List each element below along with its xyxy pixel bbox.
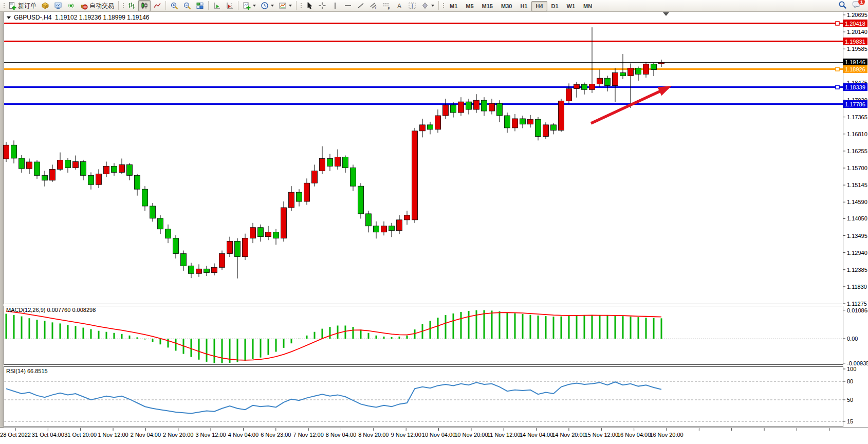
timeframe-h1[interactable]: H1 [516, 1, 531, 11]
axis-label: 8 Nov 20:00 [358, 432, 389, 438]
main-toolbar: 新订单 自动交易 [0, 0, 868, 12]
candle-body [142, 189, 148, 206]
candle-body [597, 78, 603, 84]
timeframe-mn[interactable]: MN [579, 1, 596, 11]
new-chart-button[interactable] [241, 0, 258, 11]
line-handle[interactable] [836, 85, 839, 89]
candle-body [235, 242, 241, 257]
templates-button[interactable] [276, 0, 294, 11]
bar-chart-icon [127, 2, 136, 10]
chart-title-bar: GBPUSD-,H4 1.19102 1.19236 1.18999 1.191… [7, 14, 150, 21]
signals-button[interactable] [65, 0, 77, 11]
symbol-collapse-icon[interactable] [7, 16, 11, 19]
toolbar-separator [208, 1, 209, 10]
periods-button[interactable] [258, 0, 276, 11]
axis-label: 1.16810 [847, 131, 867, 137]
chart-shift-button[interactable] [224, 0, 236, 11]
line-chart-button[interactable] [151, 0, 163, 11]
chart-canvas[interactable]: 1.206951.201401.195851.184751.179201.173… [0, 0, 868, 444]
axis-label: 1.18926 [845, 66, 865, 72]
quotes-button[interactable] [39, 0, 51, 11]
clock-icon [261, 2, 269, 10]
trend-arrow-head[interactable] [658, 86, 672, 96]
candle-body [50, 169, 56, 180]
candle-body [389, 226, 395, 231]
new-order-label: 新订单 [18, 2, 36, 10]
chart-shift-marker[interactable] [663, 12, 669, 16]
axis-label: 1.19585 [847, 46, 867, 52]
chevron-down-icon [431, 5, 434, 7]
pane-frames [0, 12, 868, 428]
candle-body [19, 158, 25, 169]
candle-body [304, 183, 310, 201]
trend-arrow-line[interactable] [591, 89, 665, 123]
zoom-in-button[interactable] [168, 0, 180, 11]
candle-body [620, 72, 626, 76]
axis-label: 1.18339 [845, 84, 865, 90]
axis-label: 16 Nov 20:00 [650, 432, 683, 438]
candle-body [358, 186, 364, 214]
vertical-line-button[interactable] [329, 0, 341, 11]
axis-label: 80 [847, 378, 853, 384]
horizontal-line-button[interactable] [342, 0, 354, 11]
notification-badge[interactable]: 1 [858, 0, 865, 6]
toolbar-grip [442, 2, 444, 9]
search-button[interactable] [838, 1, 847, 11]
fibonacci-button[interactable]: F [380, 0, 393, 11]
template-icon [279, 2, 287, 10]
zoom-out-button[interactable] [181, 0, 193, 11]
time-axis: 28 Oct 202231 Oct 04:0031 Oct 20:001 Nov… [0, 428, 829, 438]
axis-label: 100 [847, 366, 856, 372]
auto-scroll-icon [213, 2, 221, 10]
market-watch-button[interactable] [52, 0, 64, 11]
candle-body [312, 171, 318, 183]
text-button[interactable]: A [393, 0, 405, 11]
candle-body [343, 157, 348, 168]
axis-label: 1.14590 [847, 199, 867, 205]
text-label-button[interactable]: T [406, 0, 418, 11]
timeframe-m15[interactable]: M15 [478, 1, 497, 11]
new-order-button[interactable]: 新订单 [6, 0, 39, 11]
axis-label: 1.12385 [847, 267, 867, 273]
toolbar-grip [3, 2, 5, 9]
cursor-button[interactable] [303, 0, 316, 11]
text-label-icon: T [408, 2, 416, 10]
candle-body [404, 215, 410, 220]
line-handle[interactable] [836, 67, 839, 71]
candlestick-chart-button[interactable] [138, 0, 151, 11]
trendline-button[interactable] [355, 0, 367, 11]
timeframe-m30[interactable]: M30 [497, 1, 516, 11]
line-handle[interactable] [836, 22, 839, 25]
axis-label: 10 Nov 20:00 [454, 432, 488, 438]
candle-body [374, 226, 379, 232]
chart-shift-icon [226, 2, 234, 10]
chat-button[interactable]: 1 [852, 1, 861, 11]
crosshair-button[interactable] [316, 0, 328, 11]
arrows-button[interactable] [419, 0, 436, 11]
axis-label: 16 Nov 04:00 [617, 432, 651, 438]
candle-body [551, 125, 557, 131]
axis-label: 14 Nov 20:00 [552, 432, 585, 438]
timeframe-h4[interactable]: H4 [531, 1, 547, 11]
bar-chart-button[interactable] [125, 0, 138, 11]
candle-body [643, 64, 649, 75]
candle-body [204, 269, 210, 272]
indicator-axes: 0.0108640.00-0.009358100805015 [843, 307, 868, 424]
candle-body [397, 220, 402, 231]
candle-body [327, 159, 333, 166]
toolbar-right-icons: 1 [838, 1, 866, 11]
auto-trading-button[interactable]: 自动交易 [78, 0, 116, 11]
equidistant-channel-button[interactable]: E [367, 0, 380, 11]
timeframe-w1[interactable]: W1 [563, 1, 580, 11]
horizontal-lines [4, 22, 843, 104]
candle-body [266, 232, 271, 237]
candle-body [104, 166, 109, 174]
axis-label: 1.15145 [847, 182, 867, 188]
timeframe-m1[interactable]: M1 [446, 1, 461, 11]
timeframe-m5[interactable]: M5 [461, 1, 477, 11]
tile-windows-button[interactable] [194, 0, 206, 11]
candlestick-icon [140, 2, 149, 10]
auto-scroll-button[interactable] [211, 0, 223, 11]
axis-label: 1.14050 [847, 215, 867, 221]
timeframe-d1[interactable]: D1 [547, 1, 563, 11]
